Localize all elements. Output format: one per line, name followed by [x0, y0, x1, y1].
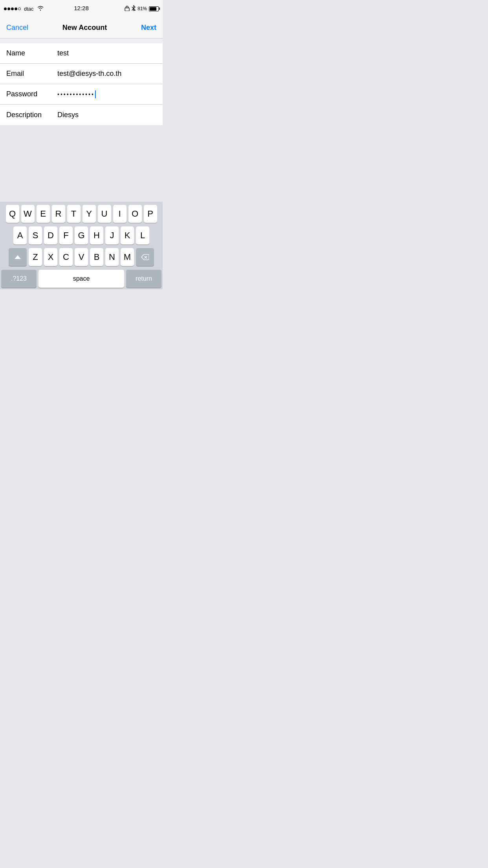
key-g[interactable]: G: [75, 226, 88, 245]
signal-icon: [4, 7, 21, 10]
keyboard-row-2: A S D F G H J K L: [1, 226, 161, 245]
key-s[interactable]: S: [29, 226, 42, 245]
form-row-email[interactable]: Email test@diesys-th.co.th: [0, 64, 163, 84]
keyboard-row-1: Q W E R T Y U I O P: [1, 205, 161, 223]
key-x[interactable]: X: [44, 248, 57, 266]
text-cursor: [95, 90, 96, 98]
status-right: 81%: [125, 5, 159, 12]
empty-area: [0, 125, 163, 188]
status-bar: dtac 12:28 81%: [0, 0, 163, 17]
form-top-spacer: [0, 39, 163, 43]
key-d[interactable]: D: [44, 226, 57, 245]
password-value[interactable]: ••••••••••••: [57, 90, 156, 98]
form-row-name[interactable]: Name test: [0, 43, 163, 64]
key-m[interactable]: M: [121, 248, 134, 266]
key-k[interactable]: K: [121, 226, 134, 245]
status-left: dtac: [4, 6, 44, 12]
space-key[interactable]: space: [39, 270, 124, 288]
cancel-button[interactable]: Cancel: [6, 24, 28, 32]
key-i[interactable]: I: [113, 205, 127, 223]
key-b[interactable]: B: [90, 248, 103, 266]
key-u[interactable]: U: [98, 205, 111, 223]
password-dots: ••••••••••••: [57, 91, 95, 97]
key-a[interactable]: A: [13, 226, 27, 245]
keyboard-row-3: Z X C V B N M: [1, 248, 161, 266]
key-z[interactable]: Z: [29, 248, 42, 266]
numbers-key[interactable]: .?123: [1, 270, 37, 288]
battery-icon: [149, 6, 159, 11]
description-label: Description: [6, 111, 57, 119]
next-button[interactable]: Next: [141, 24, 156, 32]
name-value[interactable]: test: [57, 49, 156, 57]
form-group: Name test Email test@diesys-th.co.th Pas…: [0, 43, 163, 125]
status-time: 12:28: [74, 5, 89, 11]
name-label: Name: [6, 49, 57, 57]
key-t[interactable]: T: [67, 205, 81, 223]
description-value[interactable]: Diesys: [57, 111, 156, 119]
key-v[interactable]: V: [75, 248, 88, 266]
form-row-description[interactable]: Description Diesys: [0, 105, 163, 125]
lock-icon: [125, 6, 130, 12]
wifi-icon: [37, 6, 44, 12]
key-n[interactable]: N: [105, 248, 119, 266]
svg-rect-0: [125, 8, 129, 11]
backspace-icon: [141, 254, 149, 260]
bluetooth-icon: [132, 5, 136, 12]
keyboard: Q W E R T Y U I O P A S D F G H J K L Z …: [0, 202, 163, 289]
key-f[interactable]: F: [59, 226, 73, 245]
key-l[interactable]: L: [136, 226, 149, 245]
page-title: New Account: [62, 24, 107, 32]
key-q[interactable]: Q: [6, 205, 19, 223]
keyboard-row-4: .?123 space return: [1, 270, 161, 288]
key-j[interactable]: J: [105, 226, 119, 245]
key-h[interactable]: H: [90, 226, 103, 245]
battery-percent: 81%: [138, 6, 147, 11]
password-label: Password: [6, 90, 57, 98]
key-c[interactable]: C: [59, 248, 73, 266]
shift-key[interactable]: [9, 248, 27, 266]
backspace-key[interactable]: [136, 248, 154, 266]
carrier-text: dtac: [24, 6, 34, 12]
key-o[interactable]: O: [128, 205, 142, 223]
return-key[interactable]: return: [126, 270, 161, 288]
email-label: Email: [6, 70, 57, 78]
form-row-password[interactable]: Password ••••••••••••: [0, 84, 163, 105]
shift-icon: [15, 255, 21, 259]
key-y[interactable]: Y: [83, 205, 96, 223]
key-p[interactable]: P: [144, 205, 157, 223]
email-value[interactable]: test@diesys-th.co.th: [57, 70, 156, 78]
key-w[interactable]: W: [21, 205, 35, 223]
key-r[interactable]: R: [52, 205, 65, 223]
key-e[interactable]: E: [37, 205, 50, 223]
nav-bar: Cancel New Account Next: [0, 17, 163, 39]
